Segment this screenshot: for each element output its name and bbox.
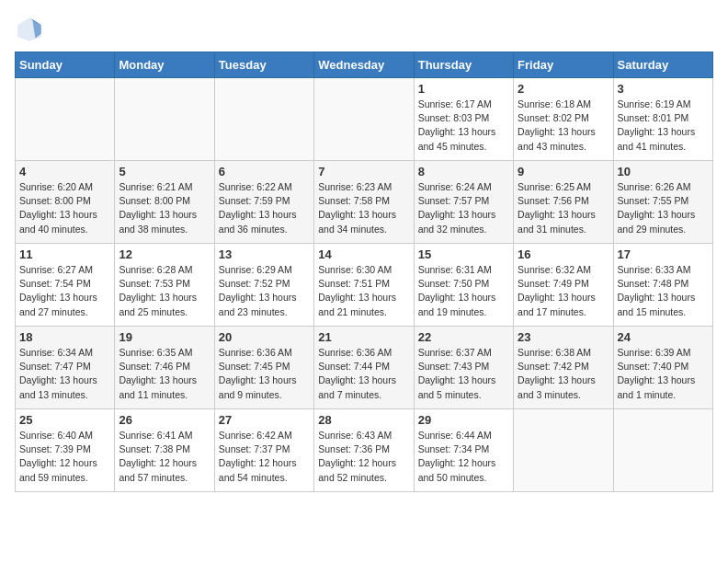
day-number: 13: [219, 247, 310, 261]
day-info: Sunrise: 6:38 AM Sunset: 7:42 PM Dayligh…: [518, 346, 609, 402]
day-number: 2: [518, 82, 609, 96]
day-info: Sunrise: 6:33 AM Sunset: 7:48 PM Dayligh…: [618, 263, 709, 319]
day-number: 29: [418, 413, 509, 427]
dow-header-saturday: Saturday: [613, 52, 712, 78]
calendar-cell: 24Sunrise: 6:39 AM Sunset: 7:40 PM Dayli…: [613, 327, 712, 409]
day-info: Sunrise: 6:30 AM Sunset: 7:51 PM Dayligh…: [318, 263, 409, 319]
dow-header-wednesday: Wednesday: [314, 52, 414, 78]
day-number: 10: [618, 165, 709, 178]
calendar-cell: 23Sunrise: 6:38 AM Sunset: 7:42 PM Dayli…: [514, 327, 613, 409]
day-info: Sunrise: 6:32 AM Sunset: 7:49 PM Dayligh…: [518, 263, 609, 319]
day-info: Sunrise: 6:39 AM Sunset: 7:40 PM Dayligh…: [618, 346, 709, 402]
calendar-cell: 14Sunrise: 6:30 AM Sunset: 7:51 PM Dayli…: [314, 244, 414, 327]
day-info: Sunrise: 6:40 AM Sunset: 7:39 PM Dayligh…: [19, 429, 110, 485]
day-info: Sunrise: 6:34 AM Sunset: 7:47 PM Dayligh…: [19, 346, 110, 402]
day-number: 23: [518, 330, 609, 344]
calendar-cell: 1Sunrise: 6:17 AM Sunset: 8:03 PM Daylig…: [414, 78, 513, 161]
calendar-cell: [613, 409, 712, 492]
calendar-cell: 16Sunrise: 6:32 AM Sunset: 7:49 PM Dayli…: [514, 244, 613, 327]
day-number: 8: [418, 165, 509, 178]
day-number: 5: [119, 165, 210, 178]
calendar-cell: 21Sunrise: 6:36 AM Sunset: 7:44 PM Dayli…: [314, 327, 414, 409]
calendar-cell: [115, 78, 214, 161]
calendar-cell: [514, 409, 613, 492]
calendar-cell: 11Sunrise: 6:27 AM Sunset: 7:54 PM Dayli…: [16, 244, 115, 327]
calendar-cell: [16, 78, 115, 161]
dow-header-monday: Monday: [115, 52, 214, 78]
day-info: Sunrise: 6:41 AM Sunset: 7:38 PM Dayligh…: [119, 429, 210, 485]
dow-header-friday: Friday: [514, 52, 613, 78]
day-info: Sunrise: 6:27 AM Sunset: 7:54 PM Dayligh…: [19, 263, 110, 319]
day-number: 16: [518, 247, 609, 261]
calendar-cell: 3Sunrise: 6:19 AM Sunset: 8:01 PM Daylig…: [613, 78, 712, 161]
calendar-week-1: 1Sunrise: 6:17 AM Sunset: 8:03 PM Daylig…: [16, 78, 713, 161]
calendar-cell: 4Sunrise: 6:20 AM Sunset: 8:00 PM Daylig…: [16, 161, 115, 244]
day-number: 14: [318, 247, 409, 261]
day-info: Sunrise: 6:17 AM Sunset: 8:03 PM Dayligh…: [418, 98, 509, 154]
calendar-week-4: 18Sunrise: 6:34 AM Sunset: 7:47 PM Dayli…: [16, 327, 713, 409]
calendar-cell: 9Sunrise: 6:25 AM Sunset: 7:56 PM Daylig…: [514, 161, 613, 244]
calendar-table: SundayMondayTuesdayWednesdayThursdayFrid…: [15, 52, 713, 492]
dow-header-tuesday: Tuesday: [214, 52, 313, 78]
calendar-cell: 2Sunrise: 6:18 AM Sunset: 8:02 PM Daylig…: [514, 78, 613, 161]
calendar-cell: [214, 78, 313, 161]
logo-icon: [15, 15, 44, 44]
calendar-cell: 6Sunrise: 6:22 AM Sunset: 7:59 PM Daylig…: [214, 161, 313, 244]
calendar-cell: 17Sunrise: 6:33 AM Sunset: 7:48 PM Dayli…: [613, 244, 712, 327]
calendar-cell: 5Sunrise: 6:21 AM Sunset: 8:00 PM Daylig…: [115, 161, 214, 244]
calendar-cell: 28Sunrise: 6:43 AM Sunset: 7:36 PM Dayli…: [314, 409, 414, 492]
day-info: Sunrise: 6:23 AM Sunset: 7:58 PM Dayligh…: [318, 180, 409, 236]
day-info: Sunrise: 6:25 AM Sunset: 7:56 PM Dayligh…: [518, 180, 609, 236]
calendar-cell: 12Sunrise: 6:28 AM Sunset: 7:53 PM Dayli…: [115, 244, 214, 327]
calendar-cell: 29Sunrise: 6:44 AM Sunset: 7:34 PM Dayli…: [414, 409, 513, 492]
day-info: Sunrise: 6:28 AM Sunset: 7:53 PM Dayligh…: [119, 263, 210, 319]
day-info: Sunrise: 6:37 AM Sunset: 7:43 PM Dayligh…: [418, 346, 509, 402]
day-number: 3: [618, 82, 709, 96]
calendar-cell: 20Sunrise: 6:36 AM Sunset: 7:45 PM Dayli…: [214, 327, 313, 409]
day-number: 15: [418, 247, 509, 261]
calendar-cell: 26Sunrise: 6:41 AM Sunset: 7:38 PM Dayli…: [115, 409, 214, 492]
day-number: 6: [219, 165, 310, 178]
day-number: 28: [318, 413, 409, 427]
day-info: Sunrise: 6:35 AM Sunset: 7:46 PM Dayligh…: [119, 346, 210, 402]
day-info: Sunrise: 6:19 AM Sunset: 8:01 PM Dayligh…: [618, 98, 709, 154]
page-header: [15, 15, 713, 44]
calendar-week-2: 4Sunrise: 6:20 AM Sunset: 8:00 PM Daylig…: [16, 161, 713, 244]
day-info: Sunrise: 6:36 AM Sunset: 7:45 PM Dayligh…: [219, 346, 310, 402]
day-info: Sunrise: 6:31 AM Sunset: 7:50 PM Dayligh…: [418, 263, 509, 319]
day-number: 18: [19, 330, 110, 344]
day-info: Sunrise: 6:24 AM Sunset: 7:57 PM Dayligh…: [418, 180, 509, 236]
day-number: 4: [19, 165, 110, 178]
calendar-cell: 22Sunrise: 6:37 AM Sunset: 7:43 PM Dayli…: [414, 327, 513, 409]
day-number: 27: [219, 413, 310, 427]
logo: [15, 15, 48, 44]
day-info: Sunrise: 6:29 AM Sunset: 7:52 PM Dayligh…: [219, 263, 310, 319]
day-info: Sunrise: 6:21 AM Sunset: 8:00 PM Dayligh…: [119, 180, 210, 236]
day-number: 1: [418, 82, 509, 96]
calendar-cell: 25Sunrise: 6:40 AM Sunset: 7:39 PM Dayli…: [16, 409, 115, 492]
day-info: Sunrise: 6:42 AM Sunset: 7:37 PM Dayligh…: [219, 429, 310, 485]
day-info: Sunrise: 6:26 AM Sunset: 7:55 PM Dayligh…: [618, 180, 709, 236]
day-number: 19: [119, 330, 210, 344]
day-info: Sunrise: 6:36 AM Sunset: 7:44 PM Dayligh…: [318, 346, 409, 402]
calendar-week-3: 11Sunrise: 6:27 AM Sunset: 7:54 PM Dayli…: [16, 244, 713, 327]
calendar-cell: 8Sunrise: 6:24 AM Sunset: 7:57 PM Daylig…: [414, 161, 513, 244]
calendar-cell: 7Sunrise: 6:23 AM Sunset: 7:58 PM Daylig…: [314, 161, 414, 244]
day-number: 26: [119, 413, 210, 427]
day-info: Sunrise: 6:43 AM Sunset: 7:36 PM Dayligh…: [318, 429, 409, 485]
day-number: 20: [219, 330, 310, 344]
day-info: Sunrise: 6:20 AM Sunset: 8:00 PM Dayligh…: [19, 180, 110, 236]
day-number: 12: [119, 247, 210, 261]
calendar-cell: 10Sunrise: 6:26 AM Sunset: 7:55 PM Dayli…: [613, 161, 712, 244]
day-number: 21: [318, 330, 409, 344]
day-number: 17: [618, 247, 709, 261]
day-number: 22: [418, 330, 509, 344]
calendar-cell: [314, 78, 414, 161]
calendar-cell: 18Sunrise: 6:34 AM Sunset: 7:47 PM Dayli…: [16, 327, 115, 409]
day-number: 24: [618, 330, 709, 344]
day-info: Sunrise: 6:22 AM Sunset: 7:59 PM Dayligh…: [219, 180, 310, 236]
calendar-week-5: 25Sunrise: 6:40 AM Sunset: 7:39 PM Dayli…: [16, 409, 713, 492]
calendar-cell: 15Sunrise: 6:31 AM Sunset: 7:50 PM Dayli…: [414, 244, 513, 327]
dow-header-thursday: Thursday: [414, 52, 513, 78]
day-info: Sunrise: 6:44 AM Sunset: 7:34 PM Dayligh…: [418, 429, 509, 485]
